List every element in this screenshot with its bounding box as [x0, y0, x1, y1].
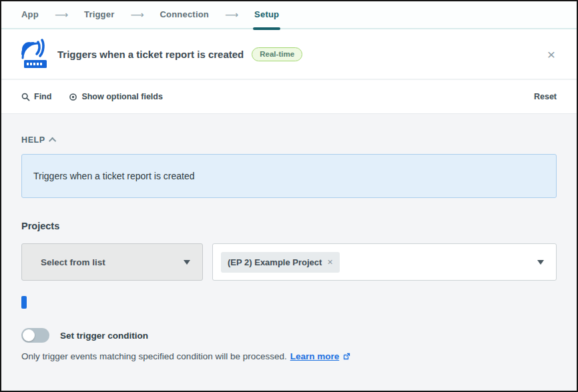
dialog-title: Triggers when a ticket report is created — [57, 49, 244, 60]
set-trigger-condition-toggle[interactable] — [21, 328, 49, 343]
trigger-condition-description-text: Only trigger events matching specified c… — [21, 351, 287, 361]
selected-project-tag-label: (EP 2) Example Project — [228, 257, 322, 267]
chevron-up-icon — [49, 137, 56, 145]
projects-value-dropdown[interactable]: (EP 2) Example Project × — [212, 243, 557, 281]
breadcrumb-arrow-icon: ⟶ — [130, 9, 143, 20]
app-logo-icon — [20, 38, 48, 70]
reset-label: Reset — [534, 92, 557, 101]
selected-project-tag: (EP 2) Example Project × — [221, 252, 340, 273]
fields-toolbar: Find Show optional fields Reset — [1, 80, 577, 113]
breadcrumb-step-app[interactable]: App — [21, 1, 39, 29]
chevron-down-icon — [184, 260, 190, 265]
projects-field-label: Projects — [21, 221, 557, 231]
help-text: Triggers when a ticket report is created — [33, 171, 194, 181]
setup-form: HELP Triggers when a ticket report is cr… — [1, 113, 577, 392]
help-section-toggle[interactable]: HELP — [21, 135, 56, 145]
remove-tag-icon[interactable]: × — [327, 257, 332, 267]
breadcrumb-step-setup[interactable]: Setup — [254, 1, 279, 29]
search-icon — [21, 93, 30, 101]
external-link-icon — [343, 353, 350, 360]
breadcrumb-step-connection[interactable]: Connection — [160, 1, 210, 29]
help-info-box: Triggers when a ticket report is created — [21, 154, 557, 198]
chevron-down-icon — [537, 260, 544, 265]
trigger-condition-description: Only trigger events matching specified c… — [21, 351, 557, 361]
dialog-header: Triggers when a ticket report is created… — [1, 29, 577, 80]
show-optional-fields-label: Show optional fields — [81, 92, 163, 101]
breadcrumb-arrow-icon: ⟶ — [55, 9, 68, 20]
find-label: Find — [34, 92, 51, 101]
set-trigger-condition-label: Set trigger condition — [60, 331, 148, 341]
breadcrumb-step-trigger[interactable]: Trigger — [84, 1, 114, 29]
close-icon[interactable]: × — [545, 46, 558, 63]
breadcrumb: App ⟶ Trigger ⟶ Connection ⟶ Setup — [1, 1, 577, 29]
find-button[interactable]: Find — [21, 92, 51, 101]
help-label: HELP — [21, 135, 45, 145]
breadcrumb-arrow-icon: ⟶ — [225, 9, 238, 20]
learn-more-link[interactable]: Learn more — [290, 351, 340, 361]
reset-button[interactable]: Reset — [534, 92, 557, 101]
projects-field-row: Select from list (EP 2) Example Project … — [21, 243, 557, 281]
trigger-setup-dialog: App ⟶ Trigger ⟶ Connection ⟶ Setup — [0, 0, 578, 392]
show-optional-fields-button[interactable]: Show optional fields — [69, 92, 163, 101]
realtime-badge: Real-time — [252, 47, 302, 61]
text-cursor — [21, 296, 27, 309]
projects-source-dropdown-value: Select from list — [41, 257, 105, 267]
eye-icon — [69, 93, 77, 101]
projects-source-dropdown[interactable]: Select from list — [21, 243, 203, 281]
trigger-condition-row: Set trigger condition — [21, 328, 557, 343]
toggle-knob — [23, 329, 35, 341]
